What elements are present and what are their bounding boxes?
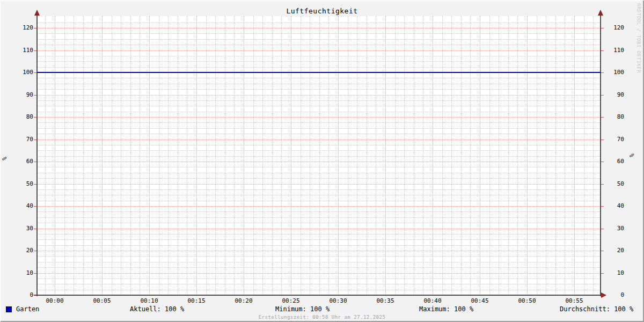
minor-gridline-v [565,16,565,295]
y-axis-tick-label-right: 20 [605,247,624,254]
major-gridline-v [385,16,386,295]
minor-gridline-v [112,16,112,295]
y-axis-tick-label-left: 90 [1,92,33,98]
minor-gridline-v [225,16,225,295]
y-axis-tick-label-right: 60 [605,158,624,165]
x-axis-tick-label: 00:10 [133,297,165,304]
minor-gridline-v [301,16,301,295]
x-axis-tick-label: 00:05 [86,297,118,304]
y-axis-tick-label-left: 20 [1,247,33,254]
minor-gridline-v [414,16,414,295]
legend-swatch-garten [6,306,12,312]
y-axis-tick-label-left: 110 [1,47,33,54]
x-axis-tick-label: 00:00 [39,297,71,304]
minor-gridline-v [489,16,490,295]
y-axis-tick-left [34,229,36,229]
y-axis-tick-label-left: 70 [1,136,33,143]
major-gridline-v [433,16,433,295]
minor-gridline-v [508,16,509,295]
stat-minimum: Minimum: 100 % [275,305,330,313]
series-line-garten [37,72,601,73]
y-axis-tick-label-left: 80 [1,114,33,120]
y-axis-tick-right [601,117,604,118]
minor-gridline-v [215,16,216,295]
x-axis-tick-label: 00:45 [464,297,496,304]
x-axis-tick-label: 00:20 [228,297,260,304]
minor-gridline-v [367,16,367,295]
y-axis-right [600,12,601,296]
chart-title: Luftfeuchtigkeit [1,7,643,15]
minor-gridline-v [178,16,178,295]
major-gridline-v [574,16,575,295]
y-axis-tick-label-left: 120 [1,25,33,31]
y-axis-unit-right: % [628,153,635,157]
minor-gridline-v [74,16,74,295]
major-gridline-v [149,16,150,295]
major-gridline-v [527,16,528,295]
minor-gridline-v [404,16,405,295]
minor-gridline-v [83,16,84,295]
y-axis-tick-left [34,162,36,162]
y-axis-arrow-right-icon [598,10,603,16]
y-axis-arrow-left-icon [34,10,40,16]
minor-gridline-v [130,16,131,295]
minor-gridline-v [499,16,499,295]
minor-gridline-v [92,16,93,295]
y-axis-tick-left [34,140,36,140]
y-axis-tick-right [601,251,604,251]
major-gridline-v [480,16,480,295]
major-gridline-v [338,16,339,295]
y-axis-tick-label-right: 10 [605,270,624,276]
y-axis-tick-left [34,117,36,118]
minor-gridline-v [423,16,423,295]
minor-gridline-v [348,16,348,295]
y-axis-tick-right [601,184,604,185]
minor-gridline-v [555,16,556,295]
y-axis-tick-left [34,28,36,28]
y-axis-tick-right [601,295,604,296]
minor-gridline-v [234,16,235,295]
x-axis [34,295,602,296]
minor-gridline-v [442,16,443,295]
y-axis-tick-left [34,273,36,274]
y-axis-tick-label-right: 120 [605,25,624,31]
y-axis-tick-left [34,72,36,73]
minor-gridline-v [451,16,452,295]
y-axis-tick-left [34,295,36,296]
minor-gridline-v [376,16,376,295]
minor-gridline-v [310,16,310,295]
y-axis-tick-label-right: 80 [605,114,624,120]
minor-gridline-v [272,16,273,295]
x-axis-tick-label: 00:30 [322,297,354,304]
y-axis-tick-label-right: 110 [605,47,624,54]
x-axis-tick-label: 00:15 [180,297,213,304]
y-axis-tick-left [34,206,36,207]
y-axis-tick-right [601,50,604,51]
y-axis-tick-label-right: 50 [605,181,624,187]
y-axis-tick-left [34,251,36,251]
y-axis-tick-label-right: 70 [605,136,624,143]
y-axis-tick-left [34,50,36,51]
minor-gridline-v [357,16,357,295]
creation-time-text: Erstellungszeit: 00:58 Uhr am 27.12.2025 [1,314,643,320]
y-axis-tick-right [601,72,604,73]
rrdtool-graph: Luftfeuchtigkeit RRDTOOL / TOBI OETIKER … [0,0,644,322]
legend-series-label: Garten [16,305,39,313]
minor-gridline-v [262,16,263,295]
minor-gridline-v [470,16,471,295]
stat-durchschnitt: Durchschnitt: 100 % [560,305,633,313]
y-axis-tick-label-left: 40 [1,203,33,209]
major-gridline-v [244,16,244,295]
minor-gridline-v [45,16,46,295]
minor-gridline-v [168,16,169,295]
minor-gridline-v [206,16,207,295]
y-axis-tick-label-right: 30 [605,225,624,232]
y-axis-tick-label-right: 0 [605,292,624,298]
y-axis-tick-label-right: 90 [605,92,624,98]
rrdtool-watermark: RRDTOOL / TOBI OETIKER [636,3,641,73]
y-axis-tick-right [601,206,604,207]
x-axis-tick-label: 00:50 [511,297,543,304]
x-axis-tick-label: 00:25 [275,297,307,304]
y-axis-tick-label-left: 60 [1,158,33,165]
y-axis-tick-label-left: 0 [1,292,33,298]
